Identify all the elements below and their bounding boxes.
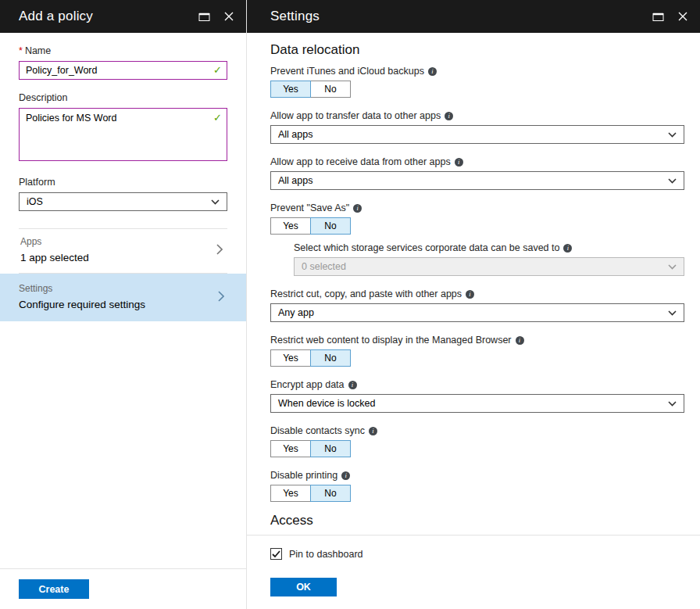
add-policy-body: *Name Description Policies for MS Word P…: [0, 33, 246, 321]
storage-services-label: Select which storage services corporate …: [294, 242, 684, 254]
printing-label: Disable printing: [270, 470, 684, 482]
prevent-backups-toggle: Yes No: [270, 81, 684, 98]
managed-browser-label: Restrict web content to display in the M…: [270, 335, 684, 346]
dropdown-value: 0 selected: [302, 261, 346, 272]
toggle-no-button[interactable]: No: [310, 485, 351, 502]
managed-browser-toggle: Yes No: [270, 349, 684, 367]
cut-copy-paste-label: Restrict cut, copy, and paste with other…: [270, 288, 684, 300]
add-policy-header: Add a policy: [0, 0, 246, 33]
contacts-sync-label: Disable contacts sync: [270, 425, 684, 437]
toggle-no-button[interactable]: No: [310, 81, 351, 98]
name-label: *Name: [19, 45, 227, 57]
apps-label: Apps: [20, 236, 226, 248]
pin-to-dashboard-label: Pin to dashboard: [289, 549, 363, 560]
dropdown-value: Any app: [278, 307, 314, 318]
close-icon[interactable]: [223, 10, 235, 23]
platform-value: iOS: [27, 196, 43, 207]
description-field-wrap: Policies for MS Word: [19, 108, 227, 161]
transfer-data-dropdown[interactable]: All apps: [270, 125, 684, 144]
add-policy-blade: Add a policy *Name Description Policies …: [0, 0, 246, 609]
platform-dropdown[interactable]: iOS: [19, 192, 227, 211]
printing-toggle: Yes No: [270, 485, 684, 502]
storage-services-group: Select which storage services corporate …: [294, 242, 684, 276]
transfer-data-label: Allow app to transfer data to other apps: [270, 110, 684, 122]
toggle-no-button[interactable]: No: [310, 440, 351, 457]
settings-label: Settings: [19, 283, 227, 295]
pin-to-dashboard-row: Pin to dashboard: [270, 548, 684, 560]
check-icon: [272, 550, 280, 558]
toggle-yes-button[interactable]: Yes: [270, 81, 311, 98]
chevron-down-icon: [668, 264, 677, 270]
required-mark: *: [19, 45, 23, 56]
encrypt-app-data-label: Encrypt app data: [270, 379, 684, 391]
name-input[interactable]: [19, 61, 227, 80]
valid-check-icon: [213, 64, 222, 76]
info-icon: [563, 244, 572, 253]
create-button[interactable]: Create: [19, 579, 89, 599]
encrypt-app-data-dropdown[interactable]: When device is locked: [270, 394, 684, 413]
info-icon: [455, 158, 463, 167]
toggle-yes-button[interactable]: Yes: [270, 349, 311, 367]
prevent-save-as-toggle: Yes No: [270, 217, 684, 235]
info-icon: [428, 67, 437, 76]
maximize-icon[interactable]: [198, 10, 210, 23]
toggle-yes-button[interactable]: Yes: [270, 217, 311, 235]
chevron-down-icon: [668, 310, 677, 316]
blade-title: Add a policy: [19, 9, 198, 24]
info-icon: [516, 336, 524, 345]
apps-value: 1 app selected: [20, 251, 226, 265]
settings-row[interactable]: Settings Configure required settings: [0, 274, 246, 321]
ok-button[interactable]: OK: [270, 578, 337, 596]
receive-data-label: Allow app to receive data from other app…: [270, 156, 684, 168]
chevron-right-icon: [218, 291, 224, 305]
chevron-right-icon: [216, 244, 223, 258]
cut-copy-paste-dropdown[interactable]: Any app: [270, 303, 684, 322]
info-icon: [466, 290, 474, 299]
info-icon: [341, 471, 350, 480]
prevent-backups-label: Prevent iTunes and iCloud backups: [270, 66, 684, 77]
toggle-yes-button[interactable]: Yes: [270, 485, 311, 502]
info-icon: [353, 204, 362, 213]
info-icon: [445, 112, 453, 120]
blade-title: Settings: [270, 9, 652, 24]
toggle-yes-button[interactable]: Yes: [270, 440, 311, 457]
settings-value: Configure required settings: [19, 298, 227, 312]
info-icon: [369, 427, 377, 435]
toggle-no-button[interactable]: No: [310, 349, 351, 367]
chevron-down-icon: [211, 199, 220, 205]
dropdown-value: All apps: [278, 129, 312, 140]
section-access: Access: [270, 513, 684, 528]
receive-data-dropdown[interactable]: All apps: [270, 171, 684, 190]
divider: [247, 535, 700, 536]
valid-check-icon: [213, 112, 222, 124]
prevent-save-as-label: Prevent "Save As": [270, 202, 684, 214]
intune-portal: Add a policy *Name Description Policies …: [0, 0, 700, 609]
chevron-down-icon: [668, 132, 677, 138]
chevron-down-icon: [668, 178, 677, 184]
maximize-icon[interactable]: [652, 10, 664, 23]
pin-to-dashboard-checkbox[interactable]: [270, 548, 282, 560]
platform-label: Platform: [19, 177, 227, 188]
description-label: Description: [19, 92, 227, 104]
add-policy-footer: Create: [0, 568, 246, 609]
settings-body: Data relocation Prevent iTunes and iClou…: [247, 33, 700, 560]
info-icon: [348, 381, 357, 389]
section-data-relocation: Data relocation: [270, 42, 684, 58]
dropdown-value: When device is locked: [278, 398, 375, 409]
storage-services-dropdown: 0 selected: [294, 257, 684, 276]
toggle-no-button[interactable]: No: [310, 217, 351, 235]
settings-blade: Settings Data relocation Prevent iTunes …: [246, 0, 700, 609]
apps-row[interactable]: Apps 1 app selected: [19, 229, 227, 273]
settings-header: Settings: [247, 0, 700, 33]
description-input[interactable]: Policies for MS Word: [19, 108, 227, 161]
close-icon[interactable]: [677, 10, 689, 23]
settings-footer: OK: [270, 578, 337, 596]
name-field-wrap: [19, 61, 227, 80]
dropdown-value: All apps: [278, 175, 312, 186]
contacts-sync-toggle: Yes No: [270, 440, 684, 457]
chevron-down-icon: [668, 401, 677, 407]
